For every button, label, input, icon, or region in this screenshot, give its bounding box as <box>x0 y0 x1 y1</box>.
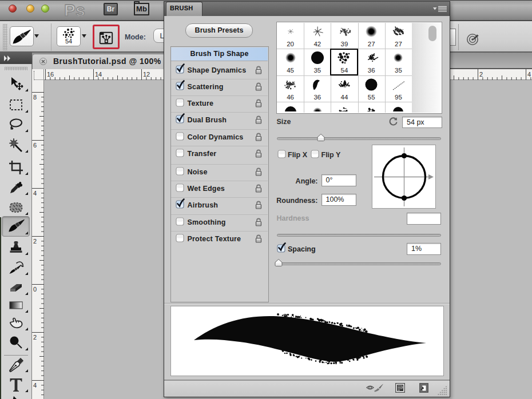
svg-text:6: 6 <box>33 142 37 149</box>
svg-text:14: 14 <box>95 71 102 78</box>
svg-text:0: 0 <box>33 286 37 293</box>
svg-text:12: 12 <box>143 71 150 78</box>
svg-text:4: 4 <box>33 382 37 389</box>
svg-text:4: 4 <box>527 71 531 78</box>
svg-text:4: 4 <box>33 190 37 197</box>
svg-text:2: 2 <box>33 334 37 341</box>
svg-text:8: 8 <box>33 94 37 101</box>
svg-text:2: 2 <box>479 71 483 78</box>
svg-text:2: 2 <box>33 238 37 245</box>
svg-text:16: 16 <box>47 71 54 78</box>
